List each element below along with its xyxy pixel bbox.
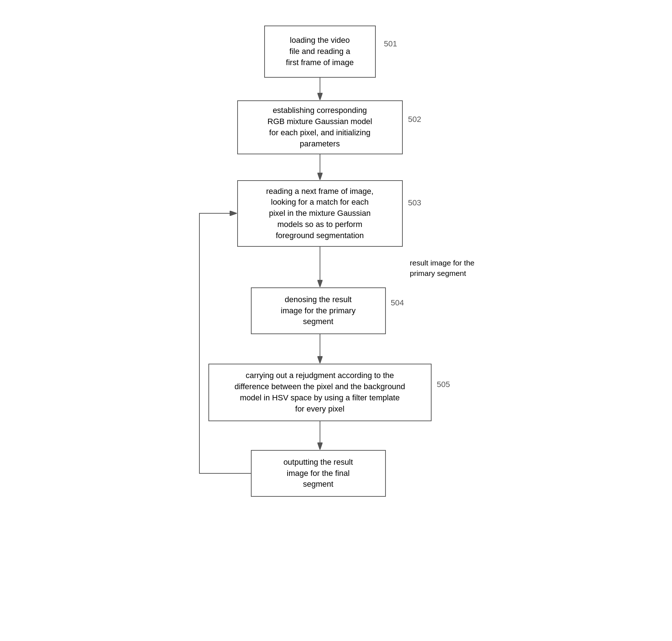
flowchart-container: loading the video file and reading a fir…	[181, 18, 491, 623]
box-505: carrying out a rejudgment according to t…	[208, 364, 432, 421]
annotation-primary-segment: result image for theprimary segment	[410, 258, 482, 279]
box-503-label: reading a next frame of image, looking f…	[266, 186, 373, 241]
ref-503: 503	[408, 198, 421, 208]
box-503: reading a next frame of image, looking f…	[237, 180, 403, 247]
ref-501: 501	[384, 39, 397, 49]
box-506: outputting the result image for the fina…	[251, 450, 386, 497]
box-501: loading the video file and reading a fir…	[264, 26, 376, 78]
box-505-label: carrying out a rejudgment according to t…	[234, 370, 405, 414]
box-504-label: denosing the result image for the primar…	[281, 294, 356, 327]
box-504: denosing the result image for the primar…	[251, 287, 386, 334]
box-501-label: loading the video file and reading a fir…	[286, 35, 353, 68]
box-502-label: establishing corresponding RGB mixture G…	[267, 105, 372, 149]
ref-504: 504	[391, 298, 404, 308]
box-502: establishing corresponding RGB mixture G…	[237, 100, 403, 154]
ref-505: 505	[437, 380, 450, 389]
box-506-label: outputting the result image for the fina…	[283, 457, 353, 490]
ref-502: 502	[408, 115, 421, 124]
